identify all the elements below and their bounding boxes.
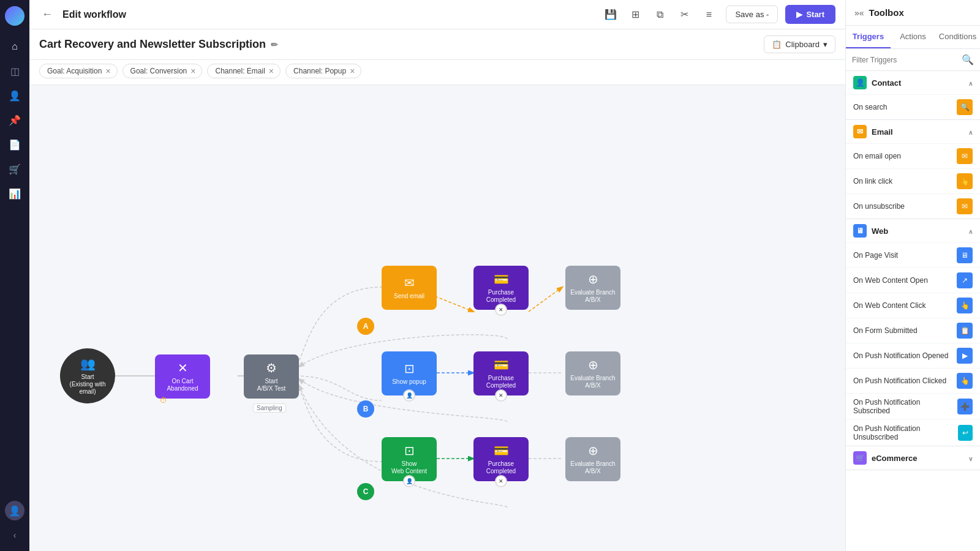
clipboard-button[interactable]: 📋 Clipboard ▾ [764, 36, 835, 53]
cut-icon[interactable]: ✂ [674, 5, 694, 24]
section-web: 🖥 Web On Page Visit 🖥 On Web Content Ope… [846, 219, 980, 446]
node-show-popup[interactable]: ⊡ Show popup 👤 [382, 351, 437, 395]
section-email-header[interactable]: ✉ Email [846, 120, 980, 143]
tab-triggers[interactable]: Triggers [846, 26, 891, 48]
on-push-unsub-icon: ↩ [958, 425, 973, 441]
grid-icon[interactable]: ⊞ [625, 5, 645, 24]
node-show-web[interactable]: ⊡ ShowWeb Content 👤 [382, 437, 437, 481]
nav-pin[interactable]: 📌 [5, 110, 24, 130]
filter-triggers-input[interactable] [852, 56, 958, 64]
start-node-icon: 👥 [80, 356, 96, 371]
trigger-on-form-submitted[interactable]: On Form Submitted 📋 [846, 318, 980, 343]
toolbox-collapse-btn[interactable]: »« [854, 8, 864, 18]
on-web-open-icon: ↗ [957, 272, 973, 288]
nav-doc[interactable]: 📄 [5, 135, 24, 154]
nav-cart[interactable]: 🛒 [5, 159, 24, 179]
workflow-canvas[interactable]: 👥 Start(Existing withemail) ✕ On CartAba… [29, 85, 845, 551]
trigger-label: On Push Notification Opened [853, 351, 948, 360]
user-avatar[interactable]: 👤 [5, 501, 24, 520]
tab-actions[interactable]: Actions [891, 26, 935, 48]
top-bar: ← Edit workflow 💾 ⊞ ⧉ ✂ ≡ Save as - ▶ St… [29, 0, 845, 29]
toolbox-panel: »« Toolbox Triggers Actions Conditions 🔍… [845, 0, 980, 551]
on-form-icon: 📋 [957, 323, 973, 339]
node-send-email[interactable]: ✉ Send email [382, 266, 437, 310]
trigger-label: On Form Submitted [853, 326, 918, 335]
tag-channel-popup[interactable]: Channel: Popup × [285, 64, 361, 78]
copy-icon[interactable]: ⧉ [650, 5, 669, 24]
save-icon[interactable]: 💾 [601, 5, 620, 24]
start-label: Start [806, 10, 824, 19]
nav-layers[interactable]: ◫ [5, 61, 24, 81]
node-start[interactable]: 👥 Start(Existing withemail) [60, 348, 115, 403]
node-purchase-1[interactable]: 💳 PurchaseCompleted ✕ [473, 266, 529, 310]
trigger-on-push-subscribed[interactable]: On Push Notification Subscribed ➕ [846, 393, 980, 419]
trigger-on-page-visit[interactable]: On Page Visit 🖥 [846, 242, 980, 268]
show-web-icon: ⊡ [404, 443, 415, 458]
trigger-on-push-opened[interactable]: On Push Notification Opened ▶ [846, 343, 980, 368]
nav-chart[interactable]: 📊 [5, 184, 24, 203]
on-unsubscribe-icon: ✉ [957, 198, 973, 214]
on-search-icon: 🔍 [957, 99, 973, 115]
section-contact: 👤 Contact On search 🔍 [846, 71, 980, 120]
nav-users[interactable]: 👤 [5, 86, 24, 105]
tags-bar: Goal: Acquisition × Goal: Conversion × C… [29, 60, 845, 85]
trigger-on-web-content-click[interactable]: On Web Content Click 👆 [846, 293, 980, 318]
tag-remove-icon[interactable]: × [350, 66, 355, 76]
tag-goal-conversion[interactable]: Goal: Conversion × [123, 64, 203, 78]
show-popup-label: Show popup [392, 378, 426, 386]
tab-conditions[interactable]: Conditions [935, 26, 980, 48]
on-push-sub-icon: ➕ [957, 399, 973, 414]
tag-remove-icon[interactable]: × [269, 66, 274, 76]
contact-section-icon: 👤 [853, 76, 867, 89]
trigger-on-email-open[interactable]: On email open ✉ [846, 143, 980, 168]
start-node-label: Start(Existing withemail) [70, 373, 106, 395]
clipboard-chevron: ▾ [823, 40, 827, 49]
trigger-on-web-content-open[interactable]: On Web Content Open ↗ [846, 268, 980, 293]
tag-goal-acquisition[interactable]: Goal: Acquisition × [39, 64, 118, 78]
trigger-on-search[interactable]: On search 🔍 [846, 94, 980, 119]
start-button[interactable]: ▶ Start [785, 5, 835, 24]
node-eval-3[interactable]: ⊕ Evaluate BranchA/B/X [565, 437, 620, 481]
node-eval-2[interactable]: ⊕ Evaluate BranchA/B/X [565, 351, 620, 395]
node-purchase-2[interactable]: 💳 PurchaseCompleted ✕ [473, 351, 529, 395]
back-button[interactable]: ← [39, 6, 55, 23]
app-logo[interactable] [5, 6, 24, 26]
purchase3-label: PurchaseCompleted [486, 460, 516, 475]
branch-b-label: B [357, 400, 374, 418]
trigger-label: On Web Content Click [853, 301, 926, 310]
clipboard-icon: 📋 [772, 40, 782, 49]
section-ecommerce-header[interactable]: 🛒 eCommerce [846, 446, 980, 470]
clipboard-label: Clipboard [785, 40, 820, 49]
on-push-clicked-icon: 👆 [957, 373, 973, 389]
toolbox-search-bar: 🔍 [846, 49, 980, 71]
web-section-icon: 🖥 [853, 224, 867, 238]
branch-a-label: A [357, 318, 374, 335]
trigger-on-push-clicked[interactable]: On Push Notification Clicked 👆 [846, 368, 980, 393]
nav-home[interactable]: ⌂ [5, 37, 24, 56]
purchase1-label: PurchaseCompleted [486, 289, 516, 304]
canvas-header: Cart Recovery and Newsletter Subscriptio… [29, 29, 845, 60]
section-web-header[interactable]: 🖥 Web [846, 219, 980, 242]
list-icon[interactable]: ≡ [699, 5, 718, 24]
on-web-click-icon: 👆 [957, 298, 973, 313]
trigger-on-unsubscribe[interactable]: On unsubscribe ✉ [846, 193, 980, 219]
edit-title-icon[interactable]: ✏ [271, 40, 278, 50]
ecommerce-chevron [968, 454, 973, 463]
node-eval-1[interactable]: ⊕ Evaluate BranchA/B/X [565, 266, 620, 310]
trigger-on-link-click[interactable]: On link click 👆 [846, 168, 980, 193]
tag-channel-email[interactable]: Channel: Email × [207, 64, 281, 78]
tag-remove-icon[interactable]: × [190, 66, 195, 76]
nav-collapse[interactable]: ‹ [5, 525, 24, 545]
left-navigation: ⌂ ◫ 👤 📌 📄 🛒 📊 👤 ‹ [0, 0, 29, 551]
section-contact-header[interactable]: 👤 Contact [846, 71, 980, 94]
toolbox-tabs: Triggers Actions Conditions [846, 26, 980, 49]
save-as-button[interactable]: Save as - [726, 6, 778, 23]
tag-remove-icon[interactable]: × [105, 66, 110, 76]
trigger-on-push-unsubscribed[interactable]: On Push Notification Unsubscribed ↩ [846, 419, 980, 446]
node-ab-test[interactable]: ⚙ StartA/B/X Test [244, 354, 299, 399]
node-cart-abandoned[interactable]: ✕ On CartAbandoned ⏱ [155, 354, 210, 399]
ab-node-label: StartA/B/X Test [257, 378, 286, 392]
section-email: ✉ Email On email open ✉ On link click 👆 … [846, 120, 980, 219]
node-purchase-3[interactable]: 💳 PurchaseCompleted ✕ [473, 437, 529, 481]
search-icon[interactable]: 🔍 [962, 54, 974, 66]
